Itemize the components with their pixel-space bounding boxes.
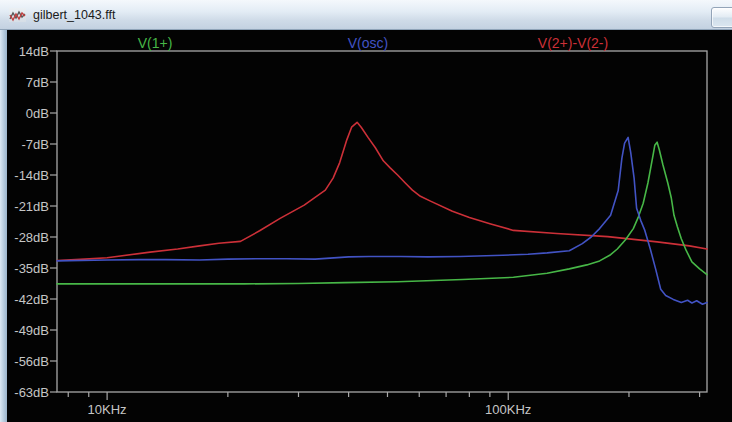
plot-window: gilbert_1043.fft 14dB7dB0dB-7dB-14dB-21d…	[0, 0, 732, 422]
y-tick-label: -35dB	[14, 261, 49, 276]
legend-vosc[interactable]: V(osc)	[348, 35, 388, 51]
y-tick-label: -63dB	[14, 385, 49, 400]
y-tick-label: -7dB	[22, 137, 49, 152]
plot-panel: 14dB7dB0dB-7dB-14dB-21dB-28dB-35dB-42dB-…	[0, 30, 732, 422]
y-tick-label: -21dB	[14, 199, 49, 214]
y-tick-label: 0dB	[26, 106, 49, 121]
y-tick-label: -56dB	[14, 354, 49, 369]
title-bar[interactable]: gilbert_1043.fft	[0, 0, 732, 30]
window-left-border	[0, 30, 7, 422]
ltspice-waveform-icon	[9, 7, 27, 23]
legend-v1plus[interactable]: V(1+)	[138, 35, 173, 51]
window-title: gilbert_1043.fft	[33, 8, 115, 22]
y-tick-label: -42dB	[14, 292, 49, 307]
trace-vosc	[57, 137, 707, 304]
y-tick-label: -14dB	[14, 168, 49, 183]
trace-v1plus	[57, 142, 707, 284]
y-tick-label: -49dB	[14, 323, 49, 338]
trace-v2diff	[57, 122, 707, 260]
legend-v2diff[interactable]: V(2+)-V(2-)	[538, 35, 608, 51]
y-tick-label: 14dB	[19, 44, 49, 59]
y-tick-label: 7dB	[26, 75, 49, 90]
x-tick-label: 10KHz	[88, 402, 127, 417]
fft-chart[interactable]: 14dB7dB0dB-7dB-14dB-21dB-28dB-35dB-42dB-…	[0, 30, 732, 422]
plot-border	[57, 51, 707, 392]
window-control-button[interactable]	[711, 7, 732, 28]
y-tick-label: -28dB	[14, 230, 49, 245]
x-tick-label: 100KHz	[485, 402, 531, 417]
